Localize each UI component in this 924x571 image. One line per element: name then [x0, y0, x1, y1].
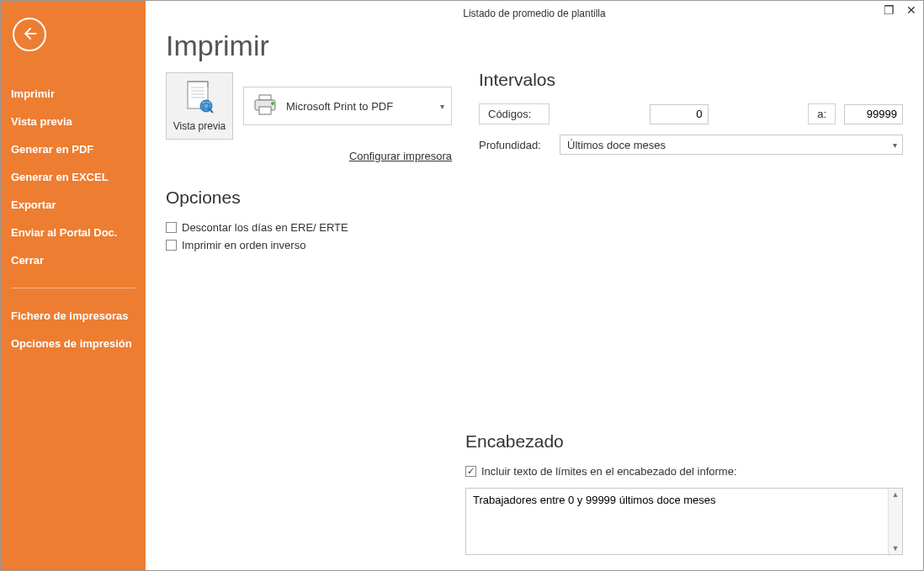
codigo-to-input[interactable]: [844, 104, 903, 124]
profundidad-value: Últimos doce meses: [567, 139, 666, 151]
checkbox-descontar[interactable]: [166, 222, 177, 233]
profundidad-label: Profundidad:: [479, 139, 551, 151]
sidebar-separator: [11, 288, 135, 288]
scroll-down-icon: ▼: [892, 542, 900, 554]
sidebar: Imprimir Vista previa Generar en PDF Gen…: [1, 1, 146, 570]
chevron-down-icon: ▾: [440, 102, 444, 111]
scroll-up-icon: ▲: [892, 489, 900, 500]
vista-previa-button[interactable]: Vista previa: [166, 72, 233, 140]
svg-rect-9: [259, 107, 271, 114]
left-column: Imprimir: [166, 29, 452, 256]
option-descontar-row: Descontar los días en ERE/ ERTE: [166, 221, 452, 234]
sidebar-item-portal-doc[interactable]: Enviar al Portal Doc.: [1, 219, 146, 246]
option-descontar-label: Descontar los días en ERE/ ERTE: [182, 221, 348, 234]
printer-name: Microsoft Print to PDF: [286, 100, 393, 113]
profundidad-row: Profundidad: Últimos doce meses ▾: [479, 135, 903, 155]
printer-dropdown[interactable]: Microsoft Print to PDF ▾: [243, 87, 452, 125]
codigo-a-label: a:: [808, 103, 836, 124]
chevron-down-icon: ▾: [893, 140, 897, 150]
checkbox-inverso[interactable]: [166, 240, 177, 251]
svg-point-10: [271, 102, 274, 105]
sidebar-item-fichero-impresoras[interactable]: Fichero de impresoras: [1, 302, 146, 330]
content-area: Imprimir: [146, 1, 923, 570]
printer-icon: [252, 94, 278, 119]
codigo-from-input[interactable]: [650, 104, 709, 124]
sidebar-item-opciones-impresion[interactable]: Opciones de impresión: [1, 330, 146, 357]
encabezado-textarea-wrap: ▲ ▼: [465, 488, 903, 555]
sidebar-item-cerrar[interactable]: Cerrar: [1, 246, 146, 274]
page-preview-icon: [185, 81, 214, 117]
incluir-label: Incluir texto de límites en el encabezad…: [481, 465, 737, 478]
sidebar-item-exportar[interactable]: Exportar: [1, 191, 146, 219]
sidebar-item-vista-previa[interactable]: Vista previa: [1, 108, 146, 135]
opciones-title: Opciones: [166, 188, 452, 208]
arrow-left-icon: [21, 25, 38, 45]
codigos-label: Códigos:: [479, 103, 550, 124]
codigos-row: Códigos: a:: [479, 103, 903, 124]
profundidad-select[interactable]: Últimos doce meses ▾: [560, 135, 903, 155]
intervalos-title: Intervalos: [479, 70, 903, 90]
encabezado-textarea[interactable]: [466, 489, 887, 554]
sidebar-item-pdf[interactable]: Generar en PDF: [1, 135, 146, 163]
scrollbar[interactable]: ▲ ▼: [888, 489, 902, 554]
app-window: Imprimir Vista previa Generar en PDF Gen…: [0, 0, 924, 571]
vista-previa-label: Vista previa: [173, 120, 226, 132]
sidebar-item-excel[interactable]: Generar en EXCEL: [1, 163, 146, 191]
checkbox-incluir[interactable]: [465, 466, 476, 477]
svg-rect-7: [259, 95, 271, 100]
right-column: Intervalos Códigos: a: Profundidad: Últi…: [479, 29, 903, 256]
sidebar-item-imprimir[interactable]: Imprimir: [1, 80, 146, 108]
svg-point-6: [204, 103, 210, 108]
incluir-row: Incluir texto de límites en el encabezad…: [465, 465, 903, 478]
encabezado-section: Encabezado Incluir texto de límites en e…: [465, 431, 903, 555]
option-inverso-label: Imprimir en orden inverso: [182, 239, 305, 251]
back-button[interactable]: [13, 18, 46, 51]
page-title: Imprimir: [166, 29, 452, 62]
encabezado-title: Encabezado: [465, 431, 903, 452]
option-inverso-row: Imprimir en orden inverso: [166, 239, 452, 251]
configure-printer-link[interactable]: Configurar impresora: [166, 150, 452, 162]
